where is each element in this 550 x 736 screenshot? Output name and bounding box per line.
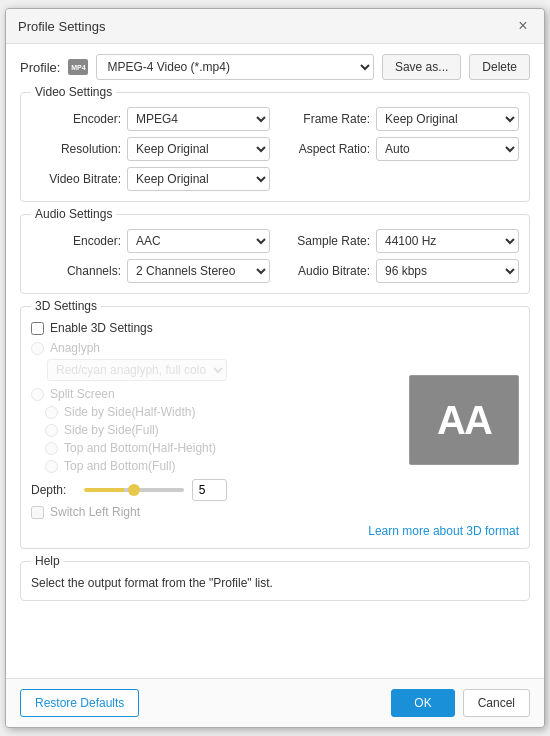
- anaglyph-select-row: Red/cyan anaglyph, full color: [31, 359, 399, 381]
- top-bottom-half-row: Top and Bottom(Half-Height): [31, 441, 399, 455]
- top-bottom-half-label[interactable]: Top and Bottom(Half-Height): [64, 441, 216, 455]
- threed-left-panel: Enable 3D Settings Anaglyph Red/cyan ana…: [31, 321, 399, 519]
- split-screen-label[interactable]: Split Screen: [50, 387, 115, 401]
- depth-input[interactable]: [192, 479, 227, 501]
- anaglyph-label[interactable]: Anaglyph: [50, 341, 100, 355]
- aa-preview-box: AA: [409, 375, 519, 465]
- aspect-ratio-label: Aspect Ratio:: [280, 142, 370, 156]
- video-settings-title: Video Settings: [31, 85, 116, 99]
- enable-3d-checkbox[interactable]: [31, 322, 44, 335]
- threed-settings-content: Enable 3D Settings Anaglyph Red/cyan ana…: [31, 321, 519, 519]
- dialog-title: Profile Settings: [18, 19, 105, 34]
- profile-label: Profile:: [20, 60, 60, 75]
- threed-settings-section: 3D Settings Enable 3D Settings Anaglyph: [20, 306, 530, 549]
- resolution-row: Resolution: Keep Original 1920x1080 1280…: [31, 137, 270, 161]
- switch-left-right-label[interactable]: Switch Left Right: [50, 505, 140, 519]
- anaglyph-radio-row: Anaglyph: [31, 341, 399, 355]
- sample-rate-select[interactable]: 44100 Hz 22050 Hz 8000 Hz: [376, 229, 519, 253]
- aspect-ratio-row: Aspect Ratio: Auto 4:3 16:9: [280, 137, 519, 161]
- side-by-side-half-row: Side by Side(Half-Width): [31, 405, 399, 419]
- side-by-side-half-label[interactable]: Side by Side(Half-Width): [64, 405, 195, 419]
- footer-right-buttons: OK Cancel: [391, 689, 530, 717]
- profile-row: Profile: MP4 MPEG-4 Video (*.mp4) Save a…: [20, 54, 530, 80]
- audio-settings-title: Audio Settings: [31, 207, 116, 221]
- sample-rate-label: Sample Rate:: [280, 234, 370, 248]
- encoder-row: Encoder: MPEG4 H.264 H.265: [31, 107, 270, 131]
- channels-row: Channels: 2 Channels Stereo Mono 5.1: [31, 259, 270, 283]
- frame-rate-row: Frame Rate: Keep Original 23.97 24 25 29…: [280, 107, 519, 131]
- threed-settings-title: 3D Settings: [31, 299, 101, 313]
- video-bitrate-row: Video Bitrate: Keep Original 1000k 2000k: [31, 167, 270, 191]
- side-by-side-full-label[interactable]: Side by Side(Full): [64, 423, 159, 437]
- learn-more-row: Learn more about 3D format: [31, 523, 519, 538]
- ok-button[interactable]: OK: [391, 689, 454, 717]
- video-settings-section: Video Settings Encoder: MPEG4 H.264 H.26…: [20, 92, 530, 202]
- split-screen-radio-row: Split Screen: [31, 387, 399, 401]
- audio-bitrate-select[interactable]: 96 kbps 128 kbps 192 kbps 256 kbps 320 k…: [376, 259, 519, 283]
- switch-left-right-checkbox[interactable]: [31, 506, 44, 519]
- audio-encoder-label: Encoder:: [31, 234, 121, 248]
- depth-slider[interactable]: [84, 488, 184, 492]
- channels-label: Channels:: [31, 264, 121, 278]
- threed-preview-panel: AA: [409, 321, 519, 519]
- depth-label: Depth:: [31, 483, 76, 497]
- delete-button[interactable]: Delete: [469, 54, 530, 80]
- top-bottom-half-radio[interactable]: [45, 442, 58, 455]
- frame-rate-label: Frame Rate:: [280, 112, 370, 126]
- video-settings-content: Encoder: MPEG4 H.264 H.265 Frame Rate: K…: [31, 107, 519, 191]
- title-bar: Profile Settings ×: [6, 9, 544, 44]
- side-by-side-full-radio[interactable]: [45, 424, 58, 437]
- audio-encoder-row: Encoder: AAC MP3 AC3: [31, 229, 270, 253]
- top-bottom-full-label[interactable]: Top and Bottom(Full): [64, 459, 175, 473]
- close-button[interactable]: ×: [514, 17, 532, 35]
- profile-select[interactable]: MPEG-4 Video (*.mp4): [96, 54, 373, 80]
- anaglyph-type-select[interactable]: Red/cyan anaglyph, full color: [47, 359, 227, 381]
- help-section: Help Select the output format from the "…: [20, 561, 530, 601]
- video-bitrate-label: Video Bitrate:: [31, 172, 121, 186]
- audio-bitrate-label: Audio Bitrate:: [280, 264, 370, 278]
- footer: Restore Defaults OK Cancel: [6, 678, 544, 727]
- aa-preview-text: AA: [437, 398, 491, 443]
- encoder-select[interactable]: MPEG4 H.264 H.265: [127, 107, 270, 131]
- video-settings-grid: Encoder: MPEG4 H.264 H.265 Frame Rate: K…: [31, 107, 519, 191]
- main-content: Profile: MP4 MPEG-4 Video (*.mp4) Save a…: [6, 44, 544, 678]
- save-as-button[interactable]: Save as...: [382, 54, 461, 80]
- side-by-side-half-radio[interactable]: [45, 406, 58, 419]
- resolution-select[interactable]: Keep Original 1920x1080 1280x720: [127, 137, 270, 161]
- enable-3d-row: Enable 3D Settings: [31, 321, 399, 335]
- enable-3d-label[interactable]: Enable 3D Settings: [50, 321, 153, 335]
- depth-row: Depth:: [31, 479, 399, 501]
- profile-settings-dialog: Profile Settings × Profile: MP4 MPEG-4 V…: [5, 8, 545, 728]
- audio-settings-grid: Encoder: AAC MP3 AC3 Sample Rate: 44100 …: [31, 229, 519, 283]
- help-title: Help: [31, 554, 64, 568]
- switch-left-right-row: Switch Left Right: [31, 505, 399, 519]
- top-bottom-full-radio[interactable]: [45, 460, 58, 473]
- split-screen-radio[interactable]: [31, 388, 44, 401]
- top-bottom-full-row: Top and Bottom(Full): [31, 459, 399, 473]
- anaglyph-radio[interactable]: [31, 342, 44, 355]
- frame-rate-select[interactable]: Keep Original 23.97 24 25 29.97 30: [376, 107, 519, 131]
- audio-settings-section: Audio Settings Encoder: AAC MP3 AC3 S: [20, 214, 530, 294]
- aspect-ratio-select[interactable]: Auto 4:3 16:9: [376, 137, 519, 161]
- learn-more-link[interactable]: Learn more about 3D format: [368, 524, 519, 538]
- resolution-label: Resolution:: [31, 142, 121, 156]
- restore-defaults-button[interactable]: Restore Defaults: [20, 689, 139, 717]
- sample-rate-row: Sample Rate: 44100 Hz 22050 Hz 8000 Hz: [280, 229, 519, 253]
- audio-bitrate-row: Audio Bitrate: 96 kbps 128 kbps 192 kbps…: [280, 259, 519, 283]
- encoder-label: Encoder:: [31, 112, 121, 126]
- side-by-side-full-row: Side by Side(Full): [31, 423, 399, 437]
- cancel-button[interactable]: Cancel: [463, 689, 530, 717]
- audio-encoder-select[interactable]: AAC MP3 AC3: [127, 229, 270, 253]
- video-bitrate-select[interactable]: Keep Original 1000k 2000k: [127, 167, 270, 191]
- channels-select[interactable]: 2 Channels Stereo Mono 5.1: [127, 259, 270, 283]
- help-text: Select the output format from the "Profi…: [31, 576, 519, 590]
- profile-format-icon: MP4: [68, 59, 88, 75]
- audio-settings-content: Encoder: AAC MP3 AC3 Sample Rate: 44100 …: [31, 229, 519, 283]
